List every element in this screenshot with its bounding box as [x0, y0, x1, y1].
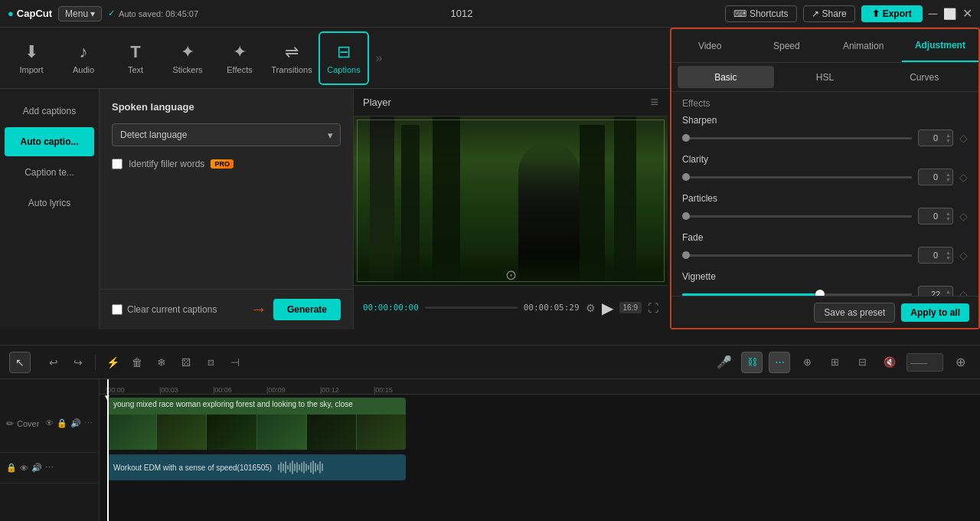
language-select[interactable]: Detect language	[112, 123, 341, 146]
sidebar-item-auto-captions[interactable]: Auto captio...	[5, 127, 94, 156]
audio-track[interactable]: Workout EDM with a sense of speed(101650…	[100, 453, 980, 482]
timeline-freeze[interactable]: ❄	[151, 352, 172, 373]
close-button[interactable]: ✕	[962, 6, 972, 21]
player-menu-icon[interactable]: ≡	[650, 94, 658, 110]
camera-icon[interactable]: ⊙	[505, 267, 517, 283]
ruler-mark-0: |00:00	[106, 386, 159, 394]
settings-icon[interactable]: ⚙	[586, 302, 596, 314]
sharpen-diamond[interactable]: ◇	[959, 132, 968, 144]
toolbar-text[interactable]: T Text	[110, 31, 161, 85]
clarity-up[interactable]: ▲	[946, 172, 951, 177]
sidebar-item-auto-lyrics[interactable]: Auto lyrics	[5, 188, 94, 218]
timeline-redo[interactable]: ↪	[67, 352, 89, 373]
tab-animation[interactable]: Animation	[825, 29, 902, 62]
player-timeline[interactable]	[425, 306, 518, 309]
toolbar-import[interactable]: ⬇ Import	[6, 31, 57, 85]
toolbar-effects[interactable]: ✦ Effects	[214, 31, 265, 85]
particles-value: 0 ▲ ▼	[918, 208, 953, 224]
audio-lock-icon[interactable]: 🔒	[6, 463, 17, 473]
caption-track-button[interactable]: ⊟	[851, 352, 873, 373]
sidebar-item-caption-template[interactable]: Caption te...	[5, 158, 94, 187]
particles-slider-row: Particles 0 ▲ ▼ ◇	[682, 193, 968, 224]
split-audio-button[interactable]: ⋯	[769, 352, 790, 373]
audio-track-eye[interactable]: 👁	[20, 464, 28, 473]
track-lock-icon[interactable]: 🔒	[57, 418, 67, 428]
adj-tab-curves[interactable]: Curves	[876, 66, 972, 88]
export-button[interactable]: ⬆ Export	[861, 5, 923, 22]
audio-track-more[interactable]: ⋯	[45, 463, 54, 473]
player-title: Player	[363, 97, 391, 108]
timeline-undo[interactable]: ↩	[43, 352, 64, 373]
sharpen-label: Sharpen	[682, 115, 968, 126]
toolbar-captions[interactable]: ⊟ Captions	[318, 31, 369, 85]
fade-diamond[interactable]: ◇	[959, 249, 968, 261]
mic-button[interactable]: 🎤	[714, 352, 735, 373]
sharpen-slider-row: Sharpen 0 ▲ ▼ ◇	[682, 115, 968, 146]
clear-captions-checkbox[interactable]	[112, 304, 122, 315]
audio-track-vol[interactable]: 🔊	[31, 463, 42, 473]
particles-down[interactable]: ▼	[946, 216, 951, 221]
edit-icon[interactable]: ✏	[6, 418, 14, 429]
minimize-button[interactable]: ─	[929, 7, 937, 21]
link-tracks-button[interactable]: ⛓	[741, 352, 763, 373]
timeline-transform[interactable]: ⧈	[200, 352, 221, 373]
sidebar-item-add-captions[interactable]: Add captions	[5, 97, 94, 126]
toolbar-expand[interactable]: »	[371, 31, 387, 85]
adj-tab-hsl[interactable]: HSL	[777, 66, 874, 88]
particles-up[interactable]: ▲	[946, 211, 951, 216]
adj-tab-basic[interactable]: Basic	[678, 66, 774, 88]
sharpen-track[interactable]	[682, 137, 912, 139]
export-icon: ⬆	[872, 8, 880, 19]
vignette-up[interactable]: ▲	[946, 289, 951, 294]
sharpen-up[interactable]: ▲	[946, 133, 951, 138]
track-volume-icon[interactable]: 🔊	[70, 418, 81, 428]
clarity-track[interactable]	[682, 176, 912, 179]
fullscreen-icon[interactable]: ⛶	[648, 302, 658, 314]
shortcuts-button[interactable]: ⌨ Shortcuts	[725, 5, 797, 22]
tab-video[interactable]: Video	[671, 29, 748, 62]
timeline-crop[interactable]: ⚄	[175, 352, 197, 373]
tab-speed[interactable]: Speed	[748, 29, 825, 62]
mute-button[interactable]: 🔇	[879, 352, 900, 373]
clarity-down[interactable]: ▼	[946, 177, 951, 182]
clarity-label: Clarity	[682, 154, 968, 165]
track-eye-icon[interactable]: 👁	[45, 418, 54, 428]
particles-thumb[interactable]	[682, 212, 690, 220]
menu-button[interactable]: Menu ▾	[58, 6, 102, 21]
fade-up[interactable]: ▲	[946, 250, 951, 255]
maximize-button[interactable]: ⬜	[943, 8, 956, 20]
merge-button[interactable]: ⊕	[796, 352, 818, 373]
toolbar-audio[interactable]: ♪ Audio	[58, 31, 109, 85]
share-button[interactable]: ↗ Share	[803, 5, 855, 22]
fade-track[interactable]	[682, 254, 912, 257]
timeline-split[interactable]: ⚡	[102, 352, 123, 373]
generate-button[interactable]: Generate	[273, 299, 341, 320]
split-screen-button[interactable]: ⊞	[824, 352, 845, 373]
toolbar-transitions[interactable]: ⇌ Transitions	[266, 31, 317, 85]
add-track-button[interactable]: ⊕	[949, 352, 971, 373]
apply-all-button[interactable]: Apply to all	[901, 303, 969, 322]
filler-words-checkbox[interactable]	[112, 159, 122, 169]
volume-button[interactable]: ——	[906, 353, 943, 372]
video-track[interactable]: young mixed race woman exploring forest …	[100, 395, 980, 453]
clarity-thumb[interactable]	[682, 173, 690, 181]
sharpen-thumb[interactable]	[682, 134, 690, 142]
fade-down[interactable]: ▼	[946, 255, 951, 260]
clarity-diamond[interactable]: ◇	[959, 171, 968, 183]
play-button[interactable]: ▶	[602, 299, 613, 317]
save-preset-button[interactable]: Save as preset	[814, 303, 895, 323]
ruler-mark-1: |00:03	[159, 386, 213, 394]
sharpen-down[interactable]: ▼	[946, 138, 951, 143]
timeline-delete[interactable]: 🗑	[126, 352, 148, 373]
timeline-select-tool[interactable]: ↖	[9, 352, 31, 373]
toolbar-stickers[interactable]: ✦ Stickers	[162, 31, 213, 85]
timeline-trim[interactable]: ⊣	[224, 352, 246, 373]
track-more-icon[interactable]: ⋯	[84, 418, 93, 428]
tab-adjustment[interactable]: Adjustment	[902, 29, 978, 62]
clarity-slider-row: Clarity 0 ▲ ▼ ◇	[682, 154, 968, 185]
particles-diamond[interactable]: ◇	[959, 210, 968, 222]
particles-track[interactable]	[682, 215, 912, 218]
import-icon: ⬇	[24, 42, 38, 62]
fade-thumb[interactable]	[682, 251, 690, 259]
video-track-label: young mixed race woman exploring forest …	[113, 400, 400, 408]
